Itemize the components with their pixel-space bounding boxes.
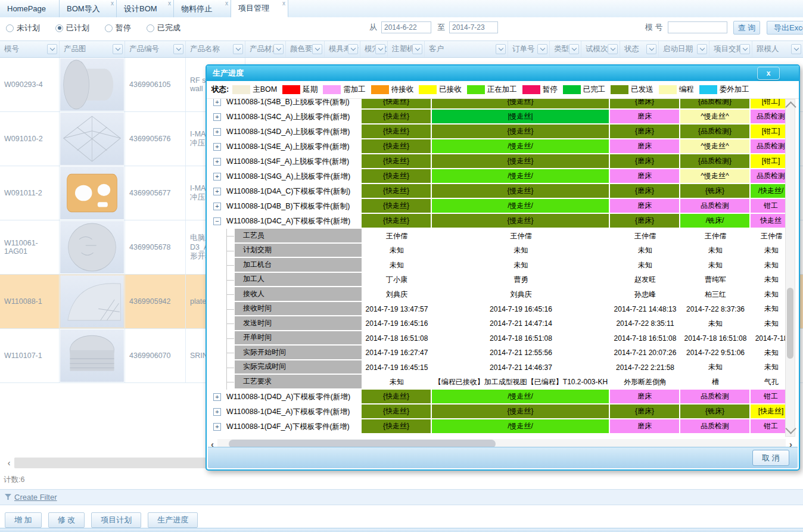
process-cell[interactable]: {快走丝} <box>362 390 432 405</box>
expand-icon[interactable]: + <box>213 408 221 416</box>
process-cell[interactable]: {快走丝} <box>362 154 432 169</box>
column-header-启动日期[interactable]: 启动日期 <box>659 41 709 57</box>
process-cell[interactable]: 磨床 <box>610 139 680 154</box>
process-cell[interactable]: 磨床 <box>610 169 680 184</box>
expand-icon[interactable]: + <box>213 158 221 166</box>
action-button-增加[interactable]: 增 加 <box>5 512 42 528</box>
process-cell[interactable]: {慢走丝} <box>432 99 610 110</box>
column-header-颜色要求[interactable]: 颜色要求 <box>286 41 325 57</box>
action-button-生产进度[interactable]: 生产进度 <box>148 512 198 528</box>
process-cell[interactable]: {慢走丝} <box>432 405 610 419</box>
expand-icon[interactable]: + <box>213 143 221 151</box>
column-header-产品编号[interactable]: 产品编号 <box>125 41 186 57</box>
process-cell[interactable]: {铣床} <box>680 405 751 419</box>
scroll-up-icon[interactable] <box>785 101 796 112</box>
process-cell[interactable]: {快走丝} <box>362 214 432 229</box>
process-cell[interactable]: {磨床} <box>610 405 680 419</box>
action-button-项目计划[interactable]: 项目计划 <box>91 512 141 528</box>
process-cell[interactable]: 磨床 <box>610 390 680 405</box>
process-cell[interactable]: {磨床} <box>610 125 680 139</box>
process-cell[interactable]: 磨床 <box>610 199 680 214</box>
expand-icon[interactable]: + <box>213 128 221 136</box>
process-cell[interactable]: {品质检测} <box>680 125 751 139</box>
filter-dropdown-icon[interactable] <box>791 44 801 54</box>
process-cell[interactable]: {磨床} <box>610 99 680 110</box>
column-header-项目交期[interactable]: 项目交期 <box>709 41 752 57</box>
process-cell[interactable]: /慢走丝/ <box>432 139 610 154</box>
process-cell[interactable]: {慢走丝} <box>432 154 610 169</box>
filter-dropdown-icon[interactable] <box>608 44 618 54</box>
column-header-模穴数[interactable]: 模穴数 <box>360 41 388 57</box>
date-from-input[interactable]: 2014-6-22 <box>381 21 431 33</box>
expand-icon[interactable]: + <box>213 203 221 210</box>
column-header-模号[interactable]: 模号 <box>0 41 60 57</box>
date-to-input[interactable]: 2014-7-23 <box>449 21 498 33</box>
process-cell[interactable]: {慢走丝} <box>432 214 610 229</box>
tab-BOM导入[interactable]: BOM导入x <box>60 0 117 17</box>
process-cell[interactable]: /铣床/ <box>680 214 751 229</box>
filter-dropdown-icon[interactable] <box>412 44 422 54</box>
tab-物料停止[interactable]: 物料停止x <box>174 0 231 17</box>
expand-icon[interactable]: + <box>213 423 221 431</box>
radio-已计划[interactable]: 已计划 <box>55 23 89 33</box>
process-cell[interactable]: {快走丝} <box>362 199 432 214</box>
radio-dot[interactable] <box>147 24 154 32</box>
process-cell[interactable]: {快走丝} <box>362 99 432 110</box>
column-header-状态[interactable]: 状态 <box>620 41 659 57</box>
column-header-产品名称[interactable]: 产品名称 <box>186 41 245 57</box>
tab-close-icon[interactable]: x <box>225 1 228 7</box>
close-icon[interactable]: x <box>757 67 780 80</box>
filter-dropdown-icon[interactable] <box>233 44 243 54</box>
tab-close-icon[interactable]: x <box>111 1 114 7</box>
column-header-注塑机[interactable]: 注塑机 <box>388 41 425 57</box>
process-cell[interactable]: {快走丝} <box>362 110 432 125</box>
process-cell[interactable]: 品质检测 <box>680 199 751 214</box>
process-cell[interactable]: /慢走丝/ <box>432 390 610 405</box>
process-cell[interactable]: /慢走丝/ <box>432 169 610 184</box>
process-cell[interactable]: /慢走丝/ <box>432 199 610 214</box>
column-header-类型[interactable]: 类型 <box>550 41 581 57</box>
expand-icon[interactable]: + <box>213 393 221 401</box>
mold-input[interactable] <box>668 21 727 33</box>
scroll-left-icon[interactable]: ‹ <box>4 458 14 468</box>
process-cell[interactable]: {慢走丝} <box>432 125 610 139</box>
column-header-客户[interactable]: 客户 <box>425 41 508 57</box>
process-cell[interactable]: {慢走丝} <box>432 184 610 199</box>
radio-dot[interactable] <box>6 24 14 32</box>
process-cell[interactable]: {品质检测} <box>680 154 751 169</box>
column-header-产品图[interactable]: 产品图 <box>60 41 125 57</box>
process-cell[interactable]: {快走丝} <box>362 419 432 434</box>
process-cell[interactable]: 磨床 <box>610 110 680 125</box>
process-cell[interactable]: {快走丝} <box>362 125 432 139</box>
radio-未计划[interactable]: 未计划 <box>6 23 40 33</box>
column-header-跟模人[interactable]: 跟模人 <box>752 41 803 57</box>
filter-dropdown-icon[interactable] <box>697 44 707 54</box>
tab-close-icon[interactable]: x <box>168 1 171 7</box>
filter-dropdown-icon[interactable] <box>537 44 547 54</box>
radio-dot[interactable] <box>55 24 63 32</box>
filter-dropdown-icon[interactable] <box>113 44 123 54</box>
expand-icon[interactable]: + <box>213 113 221 121</box>
dialog-vertical-scrollbar[interactable] <box>785 99 795 437</box>
process-cell[interactable]: /慢走丝/ <box>432 419 610 434</box>
process-cell[interactable]: {快走丝} <box>362 184 432 199</box>
radio-暂停[interactable]: 暂停 <box>105 23 131 33</box>
filter-dropdown-icon[interactable] <box>496 44 506 54</box>
export-excel-button[interactable]: 导出Excel <box>767 21 803 35</box>
process-cell[interactable]: 磨床 <box>610 419 680 434</box>
process-cell[interactable]: {磨床} <box>610 184 680 199</box>
collapse-icon[interactable]: − <box>213 217 221 225</box>
process-cell[interactable]: {磨床} <box>610 154 680 169</box>
process-cell[interactable]: {磨床} <box>610 214 680 229</box>
filter-dropdown-icon[interactable] <box>569 44 579 54</box>
column-header-订单号[interactable]: 订单号 <box>508 41 550 57</box>
filter-dropdown-icon[interactable] <box>375 44 385 54</box>
tab-close-icon[interactable]: x <box>282 1 285 7</box>
process-cell[interactable]: {快走丝} <box>362 139 432 154</box>
create-filter-link[interactable]: Create Filter <box>14 493 57 502</box>
process-cell[interactable]: {铣床} <box>680 184 751 199</box>
filter-dropdown-icon[interactable] <box>312 44 322 54</box>
filter-dropdown-icon[interactable] <box>47 44 57 54</box>
process-cell[interactable]: ^慢走丝^ <box>680 110 751 125</box>
filter-dropdown-icon[interactable] <box>740 44 750 54</box>
